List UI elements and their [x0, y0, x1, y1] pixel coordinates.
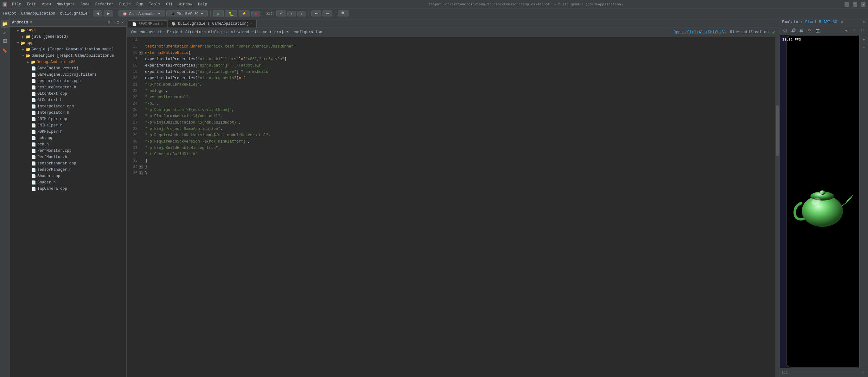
notification-check-icon: ✔	[772, 29, 775, 35]
emu-volume-up-btn[interactable]: 🔊	[790, 27, 797, 34]
tab-buildgradle-close[interactable]: ✕	[251, 22, 252, 26]
menu-build[interactable]: Build	[119, 2, 130, 7]
menu-git[interactable]: Git	[166, 2, 173, 7]
tree-item-perfmonitor-h[interactable]: 📄 PerfMonitor.h	[9, 154, 126, 160]
tree-item-sensormanager-h[interactable]: 📄 sensorManager.h	[9, 167, 126, 173]
activity-commit[interactable]: ✔	[1, 29, 9, 37]
tree-item-vcxproj-filters[interactable]: 📄 GameEngine.vcxproj.filters	[9, 72, 126, 78]
tree-item-perfmonitor-cpp[interactable]: 📄 PerfMonitor.cpp	[9, 148, 126, 154]
tab-settings-icon[interactable]: ⋮	[775, 22, 778, 26]
emu-volume-down-btn[interactable]: 🔉	[798, 27, 805, 34]
stop-button[interactable]: ■	[251, 11, 260, 17]
activity-project[interactable]: 📁	[1, 20, 9, 28]
tree-item-debug[interactable]: ▶ 📁 Debug.Android-x86	[9, 59, 126, 65]
menu-window[interactable]: Window	[179, 2, 192, 7]
tree-item-glcontext-h[interactable]: 📄 GLContext.h	[9, 97, 126, 103]
tree-item-tapcamera-cpp[interactable]: 📄 TapCamera.cpp	[9, 186, 126, 192]
debug-button[interactable]: 🐛	[225, 10, 237, 17]
tree-item-jnihelper-cpp[interactable]: 📄 JNIHelper.cpp	[9, 116, 126, 122]
tree-item-pch-cpp[interactable]: 📄 pch.cpp	[9, 135, 126, 141]
scrollbar-track[interactable]	[775, 37, 779, 377]
emu-power-btn[interactable]: ⏻	[781, 27, 788, 34]
redo-button[interactable]: ↪	[322, 10, 332, 17]
emu-zoom-out-btn[interactable]: −	[860, 44, 867, 51]
activity-bookmark[interactable]: 🔖	[1, 46, 9, 55]
menu-run[interactable]: Run	[136, 2, 143, 7]
tab-readme-close[interactable]: ✕	[161, 22, 163, 26]
device-dropdown[interactable]: 📱 Pixel 5 API 30 ▼	[166, 10, 208, 17]
tree-item-jnihelper-h[interactable]: 📄 JNIHelper.h	[9, 122, 126, 129]
breadcrumb-buildgradle[interactable]: build.gradle	[60, 11, 87, 16]
tab-readme[interactable]: 📄 README.md ✕	[128, 20, 167, 28]
profile-button[interactable]: ⚡	[239, 10, 250, 17]
emulator-device-label[interactable]: Pixel 5 API 30	[805, 20, 837, 24]
tree-item-interpolator-h[interactable]: 📄 Interpolator.h	[9, 109, 126, 116]
scrollbar-thumb[interactable]	[776, 105, 779, 156]
emulator-close-icon[interactable]: ✕	[841, 20, 843, 24]
tree-item-gameengine[interactable]: ▼ 📂 GameEngine [Teapot.GameApplication.m	[9, 53, 126, 59]
hide-notification-button[interactable]: Hide notification	[730, 30, 769, 34]
notification-link[interactable]: Open (Ctrl+Alt+Shift+S)	[674, 30, 726, 34]
tab-buildgradle[interactable]: 🐘 build.gradle (:GameApplication) ✕	[167, 20, 257, 28]
emu-rotate-btn[interactable]: ⟳	[806, 27, 813, 34]
menu-code[interactable]: Code	[81, 2, 90, 7]
emu-expand-btn[interactable]: ⤢	[859, 369, 866, 376]
tree-item-gestureDetector-h[interactable]: 📄 gestureDetector.h	[9, 84, 126, 91]
tree-item-pch-h[interactable]: 📄 pch.h	[9, 141, 126, 148]
tree-item-google[interactable]: ▶ 📁 Google [Teapot.GameApplication.main]	[9, 46, 126, 53]
scope-button[interactable]: ⊕	[107, 20, 110, 25]
menu-refactor[interactable]: Refactor	[95, 2, 114, 7]
editor-scrollbar[interactable]	[775, 37, 779, 377]
window-controls[interactable]: ─ □ ✕	[844, 2, 865, 7]
tree-item-ndkhelper-h[interactable]: 📄 NDKHelper.h	[9, 129, 126, 135]
collapse-all-button[interactable]: ⇉	[112, 20, 115, 25]
git-push[interactable]: ↑	[287, 11, 296, 17]
menu-file[interactable]: File	[12, 2, 21, 7]
tree-item-gestureDetector-cpp[interactable]: 📄 gestureDetector.cpp	[9, 78, 126, 84]
settings-button[interactable]: ⚙	[117, 20, 119, 25]
file-icon-jnihelper-cpp: 📄	[31, 117, 36, 122]
tree-item-interpolator-cpp[interactable]: 📄 Interpolator.cpp	[9, 103, 126, 109]
menu-help[interactable]: Help	[198, 2, 207, 7]
emu-recents-btn[interactable]: □	[859, 27, 866, 34]
minimize-button[interactable]: ─	[844, 2, 849, 7]
make-button[interactable]: ▶	[213, 10, 224, 17]
emu-home-btn[interactable]: ○	[851, 27, 858, 34]
breadcrumb-teapot[interactable]: Teapot	[3, 11, 16, 16]
fold-btn-34[interactable]: ▼	[139, 165, 143, 169]
tree-item-sensormanager-cpp[interactable]: 📄 sensorManager.cpp	[9, 160, 126, 167]
menu-edit[interactable]: Edit	[27, 2, 36, 7]
close-button[interactable]: ✕	[861, 2, 865, 7]
search-everywhere[interactable]: 🔍	[338, 10, 349, 17]
forward-button[interactable]: ▶	[103, 10, 113, 17]
undo-button[interactable]: ↩	[311, 10, 321, 17]
emu-screenshot-btn[interactable]: 📷	[814, 27, 822, 34]
tree-item-vcxproj[interactable]: 📄 GameEngine.vcxproj	[9, 65, 126, 72]
fold-btn-16[interactable]: ▼	[139, 51, 143, 55]
panel-dropdown-icon[interactable]: ▼	[30, 20, 32, 25]
menu-view[interactable]: View	[42, 2, 51, 7]
tree-item-shader-cpp[interactable]: 📄 Shader.cpp	[9, 173, 126, 179]
fold-btn-35[interactable]: ▼	[139, 171, 143, 175]
emu-back-btn[interactable]: ◀	[843, 27, 849, 34]
git-pull[interactable]: ↓	[297, 11, 306, 17]
breadcrumb-gameapp[interactable]: GameApplication	[21, 11, 55, 16]
git-commit[interactable]: ✔	[276, 10, 286, 17]
panel-header: Android ▼ ⊕ ⇉ ⚙ ✕	[9, 19, 126, 27]
emulator-settings-icon[interactable]: ⚙	[863, 20, 865, 24]
tree-item-glcontext-cpp[interactable]: 📄 GLContext.cpp	[9, 91, 126, 97]
emu-zoom-in-btn[interactable]: +	[860, 36, 867, 43]
menu-tools[interactable]: Tools	[149, 2, 160, 7]
menu-bar[interactable]: File Edit View Navigate Code Refactor Bu…	[12, 2, 207, 7]
tree-item-java-generated[interactable]: ▶ 📁 java (generated)	[9, 34, 126, 40]
panel-close-button[interactable]: ✕	[121, 20, 124, 25]
code-content[interactable]: testInstrumentationRunner "androidx.test…	[143, 37, 775, 377]
tree-item-cpp[interactable]: ▼ 📂 cpp	[9, 40, 126, 46]
menu-navigate[interactable]: Navigate	[56, 2, 75, 7]
back-button[interactable]: ◀	[93, 10, 102, 17]
tree-item-shader-h[interactable]: 📄 Shader.h	[9, 179, 126, 186]
activity-resource[interactable]: 🖼	[1, 37, 9, 45]
maximize-button[interactable]: □	[853, 2, 857, 7]
tree-item-java[interactable]: ▶ 📂 java	[9, 27, 126, 34]
run-config-dropdown[interactable]: 🤖 GameApplication ▼	[119, 10, 165, 17]
